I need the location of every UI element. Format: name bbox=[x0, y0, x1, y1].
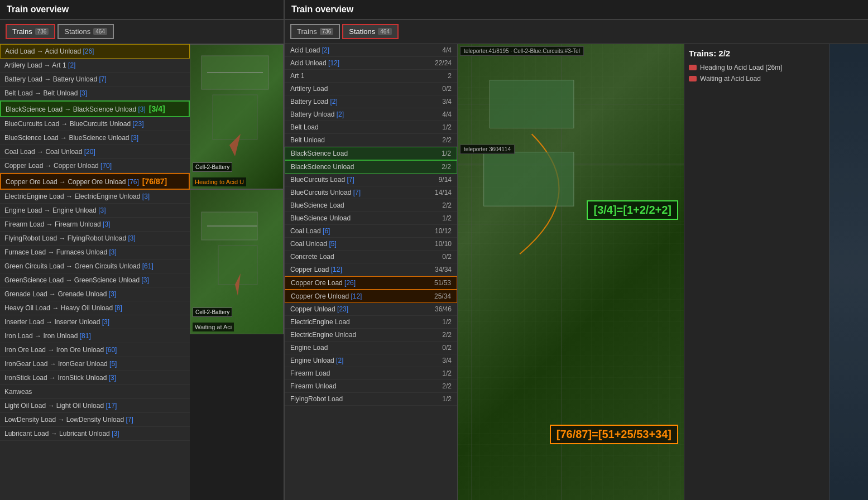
station-item[interactable]: Acid Load [2]4/4 bbox=[285, 44, 457, 57]
left-trains-label: Trains bbox=[12, 27, 32, 36]
station-item[interactable]: BlueCurcuits Load [7]9/14 bbox=[285, 174, 457, 186]
train-item[interactable]: BlueScience Load → BlueScience Unload [3… bbox=[0, 131, 190, 145]
train-item[interactable]: FlyingRobot Load → FlyingRobot Unload [3… bbox=[0, 232, 190, 246]
station-count: 14/14 bbox=[435, 189, 452, 196]
station-item[interactable]: BlueCurcuits Unload [7]14/14 bbox=[285, 186, 457, 199]
train-info-item-2[interactable]: Waiting at Acid Load bbox=[689, 75, 824, 83]
station-item[interactable]: Artilery Load0/2 bbox=[285, 83, 457, 95]
right-trains-label: Trains bbox=[297, 27, 317, 36]
train-item[interactable]: IronStick Load → IronStick Unload [3] bbox=[0, 371, 190, 385]
train-item[interactable]: Lubricant Load → Lubricant Unload [3] bbox=[0, 427, 190, 441]
stations-list: Acid Load [2]4/4Acid Unload [12]22/24Art… bbox=[285, 44, 457, 500]
train-item[interactable]: Iron Load → Iron Unload [81] bbox=[0, 329, 190, 343]
station-item[interactable]: Belt Load1/2 bbox=[285, 121, 457, 134]
station-item[interactable]: BlueScience Unload1/2 bbox=[285, 212, 457, 225]
station-item[interactable]: Belt Unload2/2 bbox=[285, 134, 457, 147]
station-count: 1/2 bbox=[442, 318, 452, 326]
train-item[interactable]: Iron Ore Load → Iron Ore Unload [60] bbox=[0, 343, 190, 357]
station-name: BlueCurcuits Load [7] bbox=[290, 176, 354, 184]
train-item[interactable]: ElectricEngine Load → ElectricEngine Unl… bbox=[0, 190, 190, 204]
train-item[interactable]: Kanweas bbox=[0, 385, 190, 399]
left-tab-trains[interactable]: Trains 736 bbox=[6, 24, 55, 39]
station-item[interactable]: Concrete Load0/2 bbox=[285, 251, 457, 263]
train-icon-1 bbox=[689, 65, 697, 70]
station-name: ElectricEngine Load bbox=[290, 318, 350, 326]
train-item[interactable]: Copper Ore Load → Copper Ore Unload [76]… bbox=[0, 173, 190, 190]
station-count: 1/2 bbox=[442, 214, 452, 222]
teleporter-label2: teleporter 3604114 bbox=[460, 145, 515, 154]
station-item[interactable]: Coal Unload [5]10/10 bbox=[285, 238, 457, 251]
station-count: 3/4 bbox=[442, 357, 452, 364]
station-item[interactable]: Firearm Unload2/2 bbox=[285, 380, 457, 393]
train-item[interactable]: IronGear Load → IronGear Unload [5] bbox=[0, 357, 190, 371]
station-name: Copper Ore Load [26] bbox=[291, 279, 356, 287]
train-item[interactable]: BlueCurcuits Load → BlueCurcuits Unload … bbox=[0, 117, 190, 131]
main-map-area[interactable]: teleporter.41/8195 · Cell-2-Blue.Curcuit… bbox=[458, 44, 684, 500]
far-right-minimap bbox=[829, 44, 868, 500]
station-item[interactable]: Firearm Load1/2 bbox=[285, 367, 457, 380]
station-item[interactable]: Battery Load [2]3/4 bbox=[285, 95, 457, 108]
station-item[interactable]: Battery Unload [2]4/4 bbox=[285, 108, 457, 121]
station-name: Copper Ore Unload [12] bbox=[291, 292, 362, 300]
train-item[interactable]: Engine Load → Engine Unload [3] bbox=[0, 204, 190, 218]
station-item[interactable]: BlackScience Load1/2 bbox=[285, 147, 457, 160]
train-item[interactable]: Artilery Load → Art 1 [2] bbox=[0, 59, 190, 73]
station-name: Artilery Load bbox=[290, 85, 328, 93]
station-item[interactable]: Copper Unload [23]36/46 bbox=[285, 303, 457, 316]
station-item[interactable]: Coal Load [6]10/12 bbox=[285, 225, 457, 238]
train-item[interactable]: Battery Load → Battery Unload [7] bbox=[0, 73, 190, 86]
right-tab-trains[interactable]: Trains 736 bbox=[290, 24, 340, 39]
train-item[interactable]: Inserter Load → Inserter Unload [3] bbox=[0, 315, 190, 329]
station-name: Copper Unload [23] bbox=[290, 305, 348, 313]
train-item[interactable]: Firearm Load → Firearm Unload [3] bbox=[0, 218, 190, 232]
station-item[interactable]: Copper Ore Load [26]51/53 bbox=[285, 276, 457, 290]
station-item[interactable]: Acid Unload [12]22/24 bbox=[285, 57, 457, 70]
station-name: Art 1 bbox=[290, 72, 304, 80]
station-count: 51/53 bbox=[434, 279, 451, 287]
train-item[interactable]: Heavy Oil Load → Heavy Oil Unload [8] bbox=[0, 301, 190, 315]
train-item[interactable]: Acid Load → Acid Unload [26] bbox=[0, 44, 190, 59]
station-item[interactable]: Copper Ore Unload [12]25/34 bbox=[285, 290, 457, 303]
left-tab-stations[interactable]: Stations 464 bbox=[57, 24, 114, 39]
station-item[interactable]: Engine Load0/2 bbox=[285, 342, 457, 354]
train-info-item-1[interactable]: Heading to Acid Load [26m] bbox=[689, 64, 824, 71]
train-item[interactable]: Furnace Load → Furnaces Unload [3] bbox=[0, 246, 190, 259]
train-item[interactable]: GreenScience Load → GreenScience Unload … bbox=[0, 273, 190, 287]
station-count: 36/46 bbox=[435, 305, 452, 313]
train-item[interactable]: Light Oil Load → Light Oil Unload [17] bbox=[0, 399, 190, 413]
station-name: BlueScience Load bbox=[290, 201, 344, 209]
map-preview-1[interactable]: Cell-2-Battery Heading to Acid U bbox=[190, 44, 284, 189]
station-item[interactable]: ElectricEngine Unload2/2 bbox=[285, 329, 457, 342]
station-count: 1/2 bbox=[442, 150, 451, 157]
train-item[interactable]: BlackScience Load → BlackScience Unload … bbox=[0, 100, 190, 117]
train-item[interactable]: Grenade Load → Grenade Unload [3] bbox=[0, 287, 190, 301]
map-previews-area: Cell-2-Battery Heading to Acid U Cell-2-… bbox=[190, 44, 284, 500]
train-item[interactable]: Green Circuits Load → Green Circuits Unl… bbox=[0, 259, 190, 273]
station-count: 3/4 bbox=[442, 98, 452, 105]
station-item[interactable]: Copper Load [12]34/34 bbox=[285, 263, 457, 276]
station-count: 0/2 bbox=[442, 85, 452, 93]
train-item[interactable]: Copper Load → Copper Unload [70] bbox=[0, 159, 190, 173]
station-item[interactable]: BlackScience Unload2/2 bbox=[285, 160, 457, 174]
train-item[interactable]: Coal Load → Coal Unload [20] bbox=[0, 145, 190, 159]
station-name: BlackScience Load bbox=[291, 150, 348, 157]
station-count: 0/2 bbox=[442, 253, 452, 261]
train-item[interactable]: LowDensity Load → LowDensity Unload [7] bbox=[0, 413, 190, 427]
station-item[interactable]: Engine Unload [2]3/4 bbox=[285, 354, 457, 367]
map-waiting-label: Waiting at Aci bbox=[193, 323, 234, 331]
train-item[interactable]: Belt Load → Belt Unload [3] bbox=[0, 86, 190, 100]
station-name: Firearm Unload bbox=[290, 382, 337, 390]
map-preview-2[interactable]: Cell-2-Battery Waiting at Aci bbox=[190, 189, 284, 334]
station-item[interactable]: ElectricEngine Load1/2 bbox=[285, 316, 457, 329]
station-count: 2/2 bbox=[442, 331, 452, 339]
map-heading-label: Heading to Acid U bbox=[193, 177, 246, 186]
station-name: Engine Load bbox=[290, 344, 328, 352]
teleporter-label: teleporter.41/8195 · Cell-2-Blue.Curcuit… bbox=[460, 46, 584, 56]
station-item[interactable]: FlyingRobot Load1/2 bbox=[285, 393, 457, 406]
station-item[interactable]: Art 12 bbox=[285, 70, 457, 83]
station-item[interactable]: BlueScience Load2/2 bbox=[285, 199, 457, 212]
right-tab-stations[interactable]: Stations 464 bbox=[342, 24, 399, 39]
station-count: 0/2 bbox=[442, 344, 452, 352]
station-count: 2/2 bbox=[442, 201, 452, 209]
right-trains-badge: 736 bbox=[320, 28, 334, 35]
